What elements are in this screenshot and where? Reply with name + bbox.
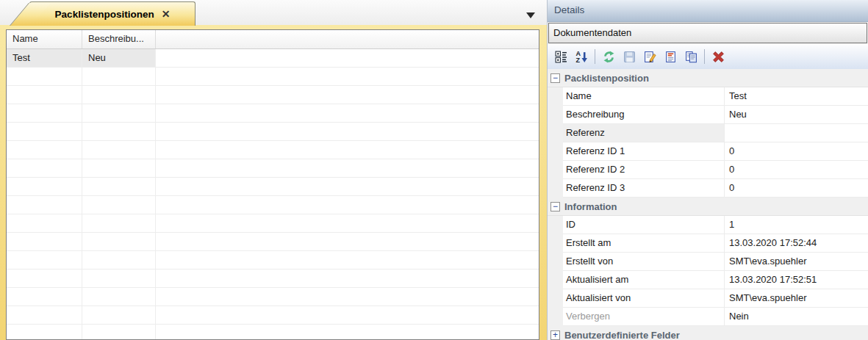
table-cell <box>82 196 156 214</box>
property-row[interactable]: Aktualisiert am13.03.2020 17:52:51 <box>548 271 868 289</box>
property-label: Verbergen <box>563 308 725 326</box>
tab-label: Packlistenpositionen <box>55 9 154 20</box>
table-cell <box>156 325 539 340</box>
table-cell <box>7 178 82 195</box>
property-label: Beschreibung <box>563 106 725 124</box>
property-row[interactable]: Referenz <box>548 124 868 142</box>
property-value: Nein <box>725 308 868 326</box>
property-value: 13.03.2020 17:52:44 <box>725 234 868 253</box>
details-panel-header: Details <box>548 0 868 22</box>
save-icon[interactable] <box>620 48 638 65</box>
delete-icon[interactable] <box>709 48 727 65</box>
table-cell <box>82 141 156 159</box>
row-indent <box>548 308 563 326</box>
property-row[interactable]: Referenz ID 10 <box>548 142 868 161</box>
table-cell <box>156 270 539 287</box>
table-cell <box>82 104 156 122</box>
table-cell <box>7 214 82 232</box>
table-cell <box>7 288 82 305</box>
table-cell <box>7 159 82 177</box>
expand-icon[interactable]: + <box>550 330 560 340</box>
row-indent <box>548 216 563 234</box>
copy-icon[interactable] <box>682 48 700 65</box>
table-row <box>7 306 539 325</box>
property-row[interactable]: ID1 <box>548 216 868 234</box>
property-row[interactable]: BeschreibungNeu <box>548 106 868 124</box>
table-cell <box>82 270 156 287</box>
property-value: 0 <box>725 161 868 179</box>
property-label: Erstellt von <box>563 253 725 271</box>
collapse-icon[interactable]: − <box>550 202 560 211</box>
svg-text:Z: Z <box>575 57 580 63</box>
table-cell <box>82 86 156 104</box>
document-selector-wrap: Dokumentendaten <box>548 22 868 44</box>
tab-packlistenpositionen[interactable]: Packlistenpositionen ✕ <box>29 1 196 26</box>
property-row[interactable]: Erstellt am13.03.2020 17:52:44 <box>548 234 868 253</box>
row-indent <box>548 271 563 289</box>
collapse-icon[interactable]: − <box>550 73 560 83</box>
property-label: Referenz <box>563 124 725 142</box>
tab-list-dropdown-icon[interactable] <box>526 12 535 18</box>
table-cell <box>156 68 539 85</box>
sort-az-icon[interactable]: A Z <box>573 48 590 65</box>
table-cell <box>156 123 539 140</box>
property-row[interactable]: NameTest <box>548 87 868 106</box>
table-row <box>7 123 539 141</box>
property-label: Referenz ID 2 <box>563 161 725 179</box>
table-cell <box>7 68 82 85</box>
table-row <box>7 86 539 104</box>
edit-icon[interactable] <box>641 48 659 65</box>
property-value: Test <box>725 87 868 106</box>
property-row[interactable]: Erstellt vonSMT\eva.spuehler <box>548 253 868 271</box>
row-indent <box>548 234 563 253</box>
section-title: Benutzerdefinierte Felder <box>564 330 680 340</box>
section-header[interactable]: +Benutzerdefinierte Felder <box>548 326 868 340</box>
table-cell <box>82 123 156 140</box>
table-cell <box>82 251 156 269</box>
property-row[interactable]: Aktualisiert vonSMT\eva.spuehler <box>548 289 868 308</box>
property-row[interactable]: Referenz ID 20 <box>548 161 868 179</box>
toolbar-separator <box>704 49 705 64</box>
table-row[interactable]: TestNeu <box>7 49 539 68</box>
table-cell <box>156 288 539 305</box>
table-row <box>7 141 539 159</box>
column-header-filler <box>156 30 539 48</box>
table-cell: Test <box>7 49 82 67</box>
table-cell <box>7 196 82 214</box>
row-indent <box>548 87 563 106</box>
app-window: Packlistenpositionen ✕ Name Beschreibu..… <box>0 0 868 340</box>
table-cell <box>82 159 156 177</box>
row-indent <box>548 179 563 198</box>
section-header[interactable]: −Information <box>548 198 868 216</box>
table-cell <box>156 49 539 67</box>
property-label: ID <box>563 216 725 234</box>
property-value <box>725 124 868 142</box>
table-row <box>7 270 539 288</box>
document-selector[interactable]: Dokumentendaten <box>548 23 867 43</box>
table-row <box>7 251 539 270</box>
column-header-name[interactable]: Name <box>7 30 82 48</box>
table-row <box>7 178 539 196</box>
table-cell <box>156 159 539 177</box>
property-label: Aktualisiert am <box>563 271 725 289</box>
section-header[interactable]: −Packlistenposition <box>548 69 868 87</box>
tab-close-icon[interactable]: ✕ <box>162 8 171 20</box>
table-cell <box>156 141 539 159</box>
row-indent <box>548 161 563 179</box>
table-cell <box>7 233 82 250</box>
property-label: Erstellt am <box>563 234 725 253</box>
column-header-beschreibung[interactable]: Beschreibu... <box>82 30 156 48</box>
row-indent <box>548 124 563 142</box>
property-label: Name <box>563 87 725 106</box>
toolbar-separator <box>595 49 595 64</box>
property-row[interactable]: VerbergenNein <box>548 308 868 326</box>
property-row[interactable]: Referenz ID 30 <box>548 179 868 198</box>
refresh-icon[interactable] <box>600 48 617 65</box>
table-cell <box>82 68 156 85</box>
new-document-icon[interactable] <box>661 48 679 65</box>
property-value: SMT\eva.spuehler <box>725 289 868 308</box>
categorize-icon[interactable] <box>552 48 570 65</box>
table-cell <box>156 214 539 232</box>
table-row <box>7 325 539 340</box>
table-cell: Neu <box>82 49 156 67</box>
